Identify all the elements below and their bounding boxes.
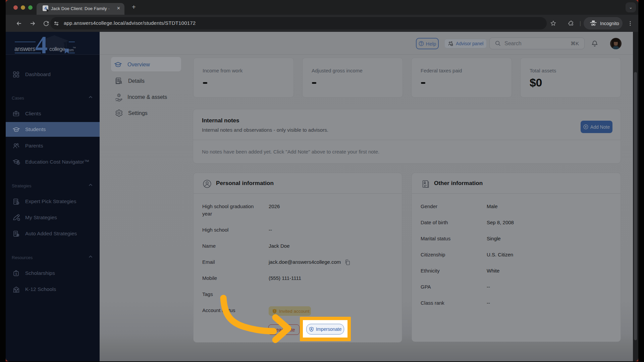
svg-text:TM: TM [73,47,76,49]
svg-text:$: $ [15,272,17,276]
svg-text:$: $ [118,94,120,97]
svg-text:answers: answers [14,46,35,52]
svg-text:college: college [49,46,65,52]
svg-text:$: $ [18,162,19,165]
svg-text:4: 4 [35,32,48,55]
